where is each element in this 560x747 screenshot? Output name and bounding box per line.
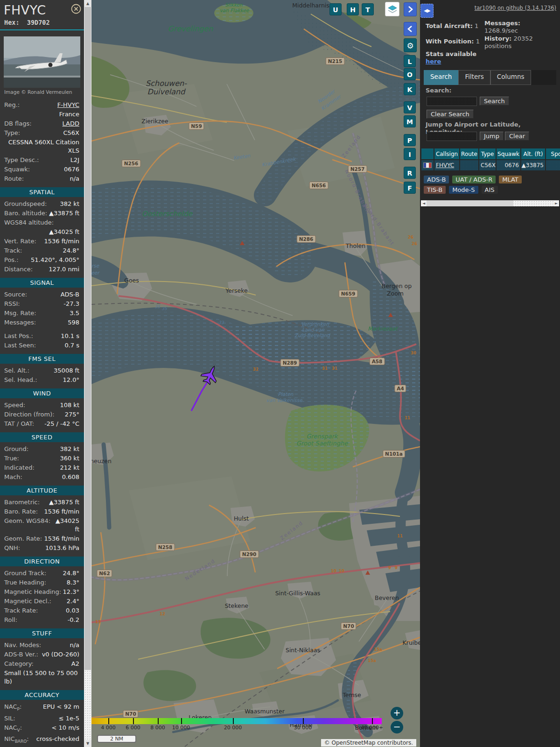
field-label: SIL: [4, 714, 15, 723]
map-button-f[interactable]: F [404, 182, 416, 194]
field-label: DB flags: [4, 120, 32, 128]
info-row: Sel. Alt.:35008 ft [0, 366, 84, 375]
info-row: Messages:598 [0, 318, 84, 327]
field-link[interactable]: LADD [63, 120, 79, 128]
search-input[interactable] [427, 97, 477, 106]
scroll-down-icon[interactable]: ▼ [84, 740, 91, 747]
info-row: WGS84 altitude: [0, 218, 84, 227]
version-link[interactable]: tar1090 on github (3.14.1736) [475, 5, 556, 11]
header-divider [0, 29, 84, 30]
map-button-u[interactable]: U [329, 3, 342, 15]
aircraft-photo[interactable] [4, 36, 80, 88]
info-row: ADS-B Ver.:v0 (DO-260) [0, 650, 84, 659]
stats-here-link[interactable]: here [426, 58, 441, 65]
column-header-Squawk[interactable]: Squawk [497, 148, 520, 159]
map-button-t[interactable]: T [362, 3, 374, 15]
close-icon[interactable] [71, 4, 81, 14]
field-value: 35008 ft [54, 366, 79, 375]
source-badge-uat-ads-r: UAT / ADS-R [452, 176, 496, 183]
expand-right-panel-button[interactable] [404, 2, 417, 16]
field-label: QNH: [4, 544, 20, 552]
field-label: NICBARO: [4, 735, 29, 746]
sidebar-scrollbar-thumb[interactable] [84, 7, 91, 670]
column-header-Type[interactable]: Type [479, 148, 496, 159]
with-position-label: With Position: [426, 38, 474, 45]
field-value: A2 [71, 660, 79, 668]
clear-search-button[interactable]: Clear Search [427, 110, 474, 119]
field-label: WGS84 altitude: [4, 218, 54, 227]
field-label: Messages: [4, 318, 36, 327]
map-button-p[interactable]: P [404, 134, 416, 146]
map-attribution[interactable]: © OpenStreetMap contributors. [321, 739, 416, 747]
map[interactable]: MiddelharnisSlikkenvan FlakkeeGrevelinge… [91, 0, 420, 747]
field-value: 0.7 s [64, 341, 79, 350]
jump-button[interactable]: Jump [480, 132, 504, 141]
info-row: Geom. WGS84:▲34025 ft [0, 516, 84, 534]
layers-button[interactable] [385, 2, 399, 16]
zoom-in-button[interactable]: + [391, 707, 403, 719]
section-header-wind: WIND [0, 388, 84, 398]
info-row: Sel. Head.:12.0° [0, 375, 84, 385]
map-button-r[interactable]: R [404, 167, 416, 179]
sidebar-scrollbar[interactable]: ▲ ▼ [84, 0, 91, 747]
cell-route[interactable] [460, 160, 478, 170]
table-row[interactable]: FHVYCC56X0676▲33875 [421, 160, 560, 170]
field-value: 12.0° [63, 376, 79, 384]
settings-gear-button[interactable]: ⚙ [404, 38, 417, 52]
column-header-Callsign[interactable]: Callsign [434, 148, 459, 159]
cell-altft[interactable]: ▲33875 [521, 160, 545, 170]
map-button-m[interactable]: M [404, 115, 416, 127]
field-label: Pos.: [4, 256, 19, 264]
info-row: QNH:1013.6 hPa [0, 543, 84, 553]
flag-cell[interactable] [421, 160, 434, 170]
info-row: NACP:EPU < 92 m [0, 702, 84, 714]
tab-search[interactable]: Search [424, 70, 458, 85]
info-row: NICBARO:cross-checked [0, 734, 84, 746]
map-button-l[interactable]: L [404, 55, 416, 67]
zoom-out-button[interactable]: − [391, 721, 403, 733]
cell-callsign[interactable]: FHVYC [434, 160, 459, 170]
callsign-link[interactable]: FHVYC [436, 162, 454, 169]
map-button-i[interactable]: I [404, 148, 416, 160]
jump-input[interactable] [427, 132, 477, 141]
column-header-Alt. (ft)[interactable]: Alt. (ft) [521, 148, 545, 159]
table-horizontal-scrollbar[interactable]: ◄ ► [421, 200, 559, 206]
column-header-flag[interactable] [421, 148, 434, 159]
clear-jump-button[interactable]: Clear [505, 132, 529, 141]
cell-type[interactable]: C56X [479, 160, 496, 170]
collapse-sidebar-button[interactable] [404, 22, 417, 36]
aircraft-info-list: Reg.:F-HVYCFranceDB flags:LADDType:C56XC… [0, 100, 84, 183]
map-button-v[interactable]: V [404, 101, 416, 113]
toggle-panel-width-button[interactable]: ◀▶ [420, 4, 434, 18]
column-header-Spd[interactable]: Spd [546, 148, 560, 159]
info-row: Source:ADS-B [0, 290, 84, 299]
cell-squawk[interactable]: 0676 [497, 160, 520, 170]
sidebar-header: FHVYC [0, 0, 84, 17]
info-row: Route:n/a [0, 174, 84, 183]
map-canvas [91, 0, 420, 747]
cell-spd[interactable] [546, 160, 560, 170]
info-row: CESSNA 560XL Citation XLS [0, 138, 84, 155]
map-button-h[interactable]: H [347, 3, 359, 15]
legend-tick [158, 718, 159, 724]
field-value: L2J [70, 156, 79, 164]
tab-filters[interactable]: Filters [458, 70, 490, 85]
info-row: Mach:0.608 [0, 472, 84, 482]
info-row: Barometric:▲33875 ft [0, 498, 84, 507]
column-header-Route[interactable]: Route [460, 148, 478, 159]
search-button[interactable]: Search [480, 97, 509, 106]
tab-columns[interactable]: Columns [490, 70, 531, 85]
field-label: Sel. Head.: [4, 376, 37, 384]
table-scrollbar-thumb[interactable] [427, 200, 513, 206]
field-link[interactable]: F-HVYC [57, 101, 79, 109]
scroll-left-icon[interactable]: ◄ [421, 200, 427, 206]
total-aircraft-value: 1 [475, 22, 478, 29]
info-row: France [0, 110, 84, 119]
scroll-up-icon[interactable]: ▲ [84, 0, 91, 7]
map-button-o[interactable]: O [404, 68, 416, 80]
map-button-k[interactable]: K [404, 83, 416, 95]
scroll-right-icon[interactable]: ► [553, 200, 559, 206]
info-row: Category:A2 [0, 659, 84, 669]
field-label: Type: [4, 129, 20, 137]
search-label: Search: [426, 87, 452, 94]
